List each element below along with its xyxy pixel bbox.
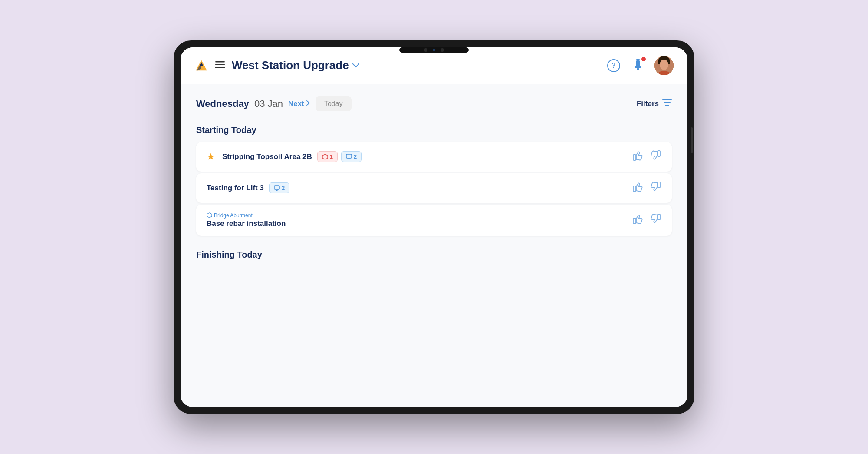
project-dropdown-icon[interactable] — [352, 61, 359, 70]
filter-icon — [662, 99, 672, 109]
app-logo — [194, 59, 208, 73]
avatar-image — [654, 56, 674, 75]
date-nav: Wednesday 03 Jan Next Today Fil — [196, 96, 672, 111]
user-avatar[interactable] — [654, 56, 674, 75]
comment-badge-icon — [274, 185, 280, 191]
date-display: Wednesday 03 Jan — [196, 98, 283, 109]
filters-label: Filters — [637, 99, 659, 108]
date-left: Wednesday 03 Jan Next Today — [196, 96, 352, 111]
svg-rect-24 — [633, 186, 636, 192]
issue-badge[interactable]: 1 — [317, 151, 338, 162]
task-info: Testing for Lift 3 2 — [207, 182, 625, 193]
filters-area[interactable]: Filters — [637, 99, 672, 109]
thumbs-up-button[interactable] — [632, 181, 643, 195]
comment-badge[interactable]: 2 — [341, 151, 362, 162]
help-icon: ? — [607, 59, 620, 72]
task-actions — [632, 150, 661, 164]
project-title-area: West Station Upgrade — [232, 59, 599, 72]
comment-badge[interactable]: 2 — [269, 182, 289, 193]
today-button[interactable]: Today — [316, 96, 352, 111]
parent-icon — [207, 212, 212, 218]
side-button — [691, 127, 693, 153]
camera — [433, 49, 435, 51]
hamburger-menu[interactable] — [215, 60, 225, 70]
comment-badge-icon — [346, 154, 352, 160]
svg-point-19 — [325, 158, 326, 159]
svg-rect-28 — [658, 214, 660, 220]
star-icon[interactable]: ★ — [207, 151, 215, 162]
section-finishing-today: Finishing Today — [196, 250, 672, 260]
task-row[interactable]: Bridge Abutment Base rebar installation — [196, 205, 672, 236]
task-row[interactable]: ★ Stripping Topsoil Area 2B — [196, 142, 672, 172]
svg-rect-27 — [633, 218, 636, 224]
svg-rect-20 — [346, 154, 352, 158]
logo-icon — [194, 59, 208, 73]
thumbs-down-button[interactable] — [650, 181, 661, 195]
tablet-frame: West Station Upgrade ? — [174, 40, 694, 414]
next-button[interactable]: Next — [288, 99, 310, 108]
svg-rect-5 — [215, 64, 225, 66]
task-list-starting-today: ★ Stripping Topsoil Area 2B — [196, 142, 672, 236]
task-row[interactable]: Testing for Lift 3 2 — [196, 173, 672, 203]
task-info: Stripping Topsoil Area 2B 1 — [222, 151, 625, 162]
date-label: 03 Jan — [254, 98, 283, 109]
notification-badge — [641, 56, 647, 62]
thumbs-down-button[interactable] — [650, 150, 661, 164]
svg-rect-22 — [658, 151, 660, 156]
thumbs-down-button[interactable] — [650, 213, 661, 227]
task-info: Bridge Abutment Base rebar installation — [207, 212, 625, 228]
section-title-finishing-today: Finishing Today — [196, 250, 672, 260]
help-button[interactable]: ? — [606, 58, 621, 73]
notch-dot-left — [424, 48, 427, 52]
svg-point-12 — [660, 60, 668, 70]
thumbs-up-button[interactable] — [632, 150, 643, 164]
main-content: Wednesday 03 Jan Next Today Fil — [181, 84, 687, 407]
task-badges: 2 — [269, 182, 289, 193]
task-actions — [632, 213, 661, 227]
svg-rect-4 — [215, 61, 225, 63]
task-actions — [632, 181, 661, 195]
svg-rect-21 — [633, 155, 636, 160]
notifications-button[interactable] — [630, 58, 646, 73]
task-badges: 1 2 — [317, 151, 362, 162]
day-label: Wednesday — [196, 98, 249, 109]
task-name: Base rebar installation — [207, 219, 286, 228]
section-starting-today: Starting Today ★ Stripping Topsoil Area … — [196, 125, 672, 236]
svg-rect-25 — [658, 182, 660, 188]
section-title-starting-today: Starting Today — [196, 125, 672, 135]
task-name: Stripping Topsoil Area 2B — [222, 152, 312, 161]
next-label: Next — [288, 99, 304, 108]
screen: West Station Upgrade ? — [181, 47, 687, 407]
task-parent-label: Bridge Abutment — [207, 212, 286, 219]
svg-rect-6 — [215, 67, 225, 68]
svg-marker-26 — [207, 213, 212, 218]
next-chevron-icon — [306, 100, 310, 107]
task-with-parent: Bridge Abutment Base rebar installation — [207, 212, 286, 228]
header-actions: ? — [606, 56, 674, 75]
svg-point-7 — [637, 68, 639, 70]
header: West Station Upgrade ? — [181, 47, 687, 84]
project-title: West Station Upgrade — [232, 59, 349, 72]
issue-badge-icon — [322, 154, 328, 160]
notch-dot-right — [441, 48, 444, 52]
thumbs-up-button[interactable] — [632, 213, 643, 227]
svg-rect-23 — [274, 186, 279, 189]
tablet-notch — [399, 47, 469, 53]
task-name: Testing for Lift 3 — [207, 184, 264, 192]
